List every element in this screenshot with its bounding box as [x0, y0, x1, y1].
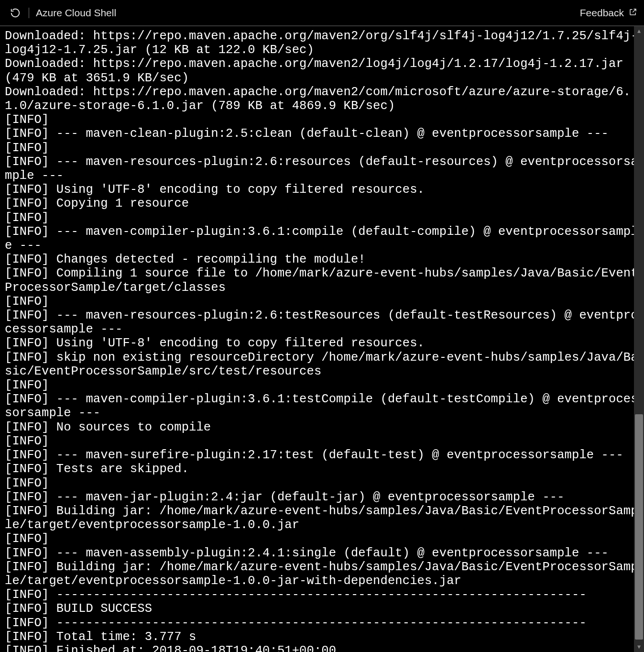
terminal-line: [INFO] --- maven-compiler-plugin:3.6.1:c…	[5, 225, 644, 253]
terminal-line: [INFO]	[5, 211, 644, 225]
terminal-line: [INFO] ---------------------------------…	[5, 616, 644, 630]
terminal-line: [INFO] ---------------------------------…	[5, 588, 644, 602]
terminal-line: Downloaded: https://repo.maven.apache.or…	[5, 85, 644, 113]
terminal-line: [INFO] Using 'UTF-8' encoding to copy fi…	[5, 336, 644, 350]
terminal-line: [INFO]	[5, 113, 644, 127]
terminal-line: [INFO] Using 'UTF-8' encoding to copy fi…	[5, 183, 644, 197]
terminal-line: [INFO] Finished at: 2018-09-18T19:40:51+…	[5, 644, 644, 652]
terminal-line: [INFO] --- maven-surefire-plugin:2.17:te…	[5, 448, 644, 462]
terminal-line: [INFO] Changes detected - recompiling th…	[5, 253, 644, 266]
terminal-line: [INFO]	[5, 141, 644, 155]
terminal-line: [INFO] --- maven-assembly-plugin:2.4.1:s…	[5, 546, 644, 560]
terminal-line: [INFO] Copying 1 resource	[5, 197, 644, 210]
terminal-line: [INFO] Building jar: /home/mark/azure-ev…	[5, 504, 644, 532]
terminal-line: [INFO] --- maven-resources-plugin:2.6:re…	[5, 155, 644, 183]
terminal-line: [INFO] Compiling 1 source file to /home/…	[5, 266, 644, 294]
terminal-line: [INFO]	[5, 378, 644, 392]
terminal-line: [INFO] BUILD SUCCESS	[5, 602, 644, 616]
terminal-line: [INFO] skip non existing resourceDirecto…	[5, 351, 644, 378]
terminal-line: [INFO]	[5, 532, 644, 546]
terminal-area[interactable]: Downloaded: https://repo.maven.apache.or…	[0, 26, 644, 652]
app-title: Azure Cloud Shell	[36, 7, 116, 19]
restart-icon[interactable]	[9, 6, 22, 20]
terminal-line: Downloaded: https://repo.maven.apache.or…	[5, 29, 644, 57]
external-link-icon	[629, 7, 637, 19]
terminal-line: [INFO] --- maven-resources-plugin:2.6:te…	[5, 309, 644, 336]
feedback-label: Feedback	[580, 7, 624, 19]
terminal-line: [INFO]	[5, 434, 644, 448]
terminal-line: [INFO] Building jar: /home/mark/azure-ev…	[5, 560, 644, 588]
terminal-line: [INFO] --- maven-compiler-plugin:3.6.1:t…	[5, 392, 644, 420]
titlebar-separator	[29, 8, 29, 18]
terminal-line: Downloaded: https://repo.maven.apache.or…	[5, 57, 644, 85]
feedback-link[interactable]: Feedback	[580, 7, 637, 19]
terminal-output[interactable]: Downloaded: https://repo.maven.apache.or…	[0, 26, 644, 652]
terminal-line: [INFO]	[5, 295, 644, 309]
terminal-line: [INFO] Total time: 3.777 s	[5, 630, 644, 644]
scrollbar-thumb[interactable]	[635, 414, 643, 640]
scrollbar[interactable]: ▲ ▼	[634, 26, 644, 652]
terminal-line: [INFO] Tests are skipped.	[5, 462, 644, 476]
scroll-up-arrow-icon[interactable]: ▲	[634, 26, 644, 36]
terminal-line: [INFO] --- maven-clean-plugin:2.5:clean …	[5, 127, 644, 141]
terminal-line: [INFO] --- maven-jar-plugin:2.4:jar (def…	[5, 490, 644, 504]
titlebar: Azure Cloud Shell Feedback	[0, 0, 644, 26]
scroll-down-arrow-icon[interactable]: ▼	[634, 642, 644, 652]
terminal-line: [INFO] No sources to compile	[5, 420, 644, 434]
terminal-line: [INFO]	[5, 476, 644, 490]
